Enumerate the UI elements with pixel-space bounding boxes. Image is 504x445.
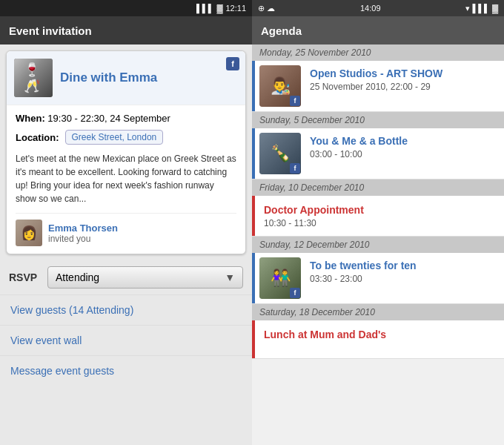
agenda-header: Agenda	[252, 16, 504, 44]
agenda-event-art-show[interactable]: 👨‍🎨 f Open Studios - ART SHOW 25 Novembe…	[252, 61, 504, 112]
event-content-art-show: Open Studios - ART SHOW 25 November 2010…	[305, 61, 504, 111]
organizer-sub: invited you	[48, 234, 118, 244]
view-guests-link[interactable]: View guests (14 Attending)	[0, 294, 252, 325]
when-label: When:	[16, 113, 45, 124]
event-time-twenties: 03:30 - 23:00	[310, 274, 500, 284]
location-link[interactable]: Greek Street, London	[65, 130, 164, 145]
event-content-twenties: To be twenties for ten 03:30 - 23:00	[305, 253, 504, 303]
agenda-event-twenties[interactable]: 👫 f To be twenties for ten 03:30 - 23:00	[252, 253, 504, 304]
time-right: 14:09	[360, 4, 381, 13]
event-card: f Dine with Emma When: 19:30 - 22:30, 24…	[6, 50, 246, 254]
day-header-3: Friday, 10 December 2010	[252, 179, 504, 196]
day-header-4: Sunday, 12 December 2010	[252, 237, 504, 253]
rsvp-row: RSVP Attending ▼	[0, 260, 252, 294]
event-card-header: Dine with Emma	[7, 51, 245, 105]
event-img-twenties: 👫 f	[259, 257, 301, 299]
battery-icon: ▓	[216, 4, 222, 13]
left-status-icons: ⊕ ☁	[258, 4, 275, 13]
organizer-name: Emma Thorsen	[48, 222, 118, 234]
rsvp-selected: Attending	[56, 271, 99, 283]
event-time-doctor: 10:30 - 11:30	[264, 218, 495, 228]
rsvp-label: RSVP	[9, 271, 39, 283]
agenda-event-mum-dad[interactable]: Lunch at Mum and Dad's	[252, 320, 504, 359]
event-img-art-show: 👨‍🎨 f	[259, 65, 301, 107]
day-header-5: Saturday, 18 December 2010	[252, 304, 504, 320]
accent-twenties	[252, 253, 255, 303]
agenda-event-bottle[interactable]: 🍾 f You & Me & a Bottle 03:00 - 10:00	[252, 128, 504, 179]
event-title: Dine with Emma	[60, 70, 157, 85]
day-header-2: Sunday, 5 December 2010	[252, 112, 504, 128]
rsvp-dropdown[interactable]: Attending ▼	[47, 266, 243, 289]
accent-bottle	[252, 128, 255, 179]
message-guests-link[interactable]: Message event guests	[0, 355, 252, 386]
event-thumbnail	[14, 59, 53, 97]
event-title-twenties: To be twenties for ten	[310, 259, 500, 272]
event-title-mum-dad: Lunch at Mum and Dad's	[264, 328, 495, 341]
fb-badge: f	[226, 57, 239, 70]
left-header-title: Event invitation	[9, 24, 92, 37]
fb-mini-twenties: f	[290, 288, 300, 298]
accent-art-show	[252, 61, 255, 111]
when-line: When: 19:30 - 22:30, 24 September	[16, 113, 236, 124]
event-content-mum-dad: Lunch at Mum and Dad's	[255, 320, 504, 358]
thumbnail-image	[14, 59, 53, 97]
event-img-bottle: 🍾 f	[259, 133, 301, 174]
event-description: Let's meet at the new Mexican place on G…	[16, 152, 236, 205]
location-line: Location: Greek Street, London	[16, 130, 236, 145]
organizer-info: Emma Thorsen invited you	[48, 222, 118, 244]
day-header-1: Monday, 25 November 2010	[252, 44, 504, 61]
event-time-art-show: 25 November 2010, 22:00 - 29	[310, 82, 500, 92]
when-value: 19:30 - 22:30, 24 September	[47, 113, 170, 124]
location-label: Location:	[16, 132, 59, 143]
event-title-doctor: Doctor Appointment	[264, 203, 495, 217]
organizer-line: 👩 Emma Thorsen invited you	[16, 213, 236, 246]
right-panel: ⊕ ☁ 14:09 ▾ ▌▌▌ ▓ Agenda Monday, 25 Nove…	[252, 0, 504, 445]
signal-icon: ▌▌▌	[196, 4, 213, 13]
event-time-bottle: 03:00 - 10:00	[310, 149, 500, 159]
status-bar-left: ▌▌▌ ▓ 12:11	[0, 0, 252, 16]
event-title-bottle: You & Me & a Bottle	[310, 134, 500, 148]
status-bar-right: ⊕ ☁ 14:09 ▾ ▌▌▌ ▓	[252, 0, 504, 16]
agenda-title: Agenda	[261, 24, 302, 37]
agenda-scroll[interactable]: Monday, 25 November 2010 👨‍🎨 f Open Stud…	[252, 44, 504, 445]
agenda-event-doctor[interactable]: Doctor Appointment 10:30 - 11:30	[252, 196, 504, 237]
dropdown-arrow-icon: ▼	[225, 271, 235, 283]
event-content-doctor: Doctor Appointment 10:30 - 11:30	[255, 196, 504, 236]
right-status-icons: ▾ ▌▌▌ ▓	[465, 4, 498, 13]
organizer-avatar: 👩	[16, 220, 42, 246]
fb-mini-art: f	[290, 96, 300, 106]
event-content-bottle: You & Me & a Bottle 03:00 - 10:00	[305, 128, 504, 179]
fb-mini-bottle: f	[290, 163, 300, 174]
view-event-wall-link[interactable]: View event wall	[0, 325, 252, 355]
time-left: 12:11	[225, 4, 246, 13]
event-details: When: 19:30 - 22:30, 24 September Locati…	[7, 105, 245, 254]
left-panel: ▌▌▌ ▓ 12:11 Event invitation f Dine with…	[0, 0, 252, 445]
event-title-art-show: Open Studios - ART SHOW	[310, 67, 500, 80]
left-header: Event invitation	[0, 16, 252, 44]
